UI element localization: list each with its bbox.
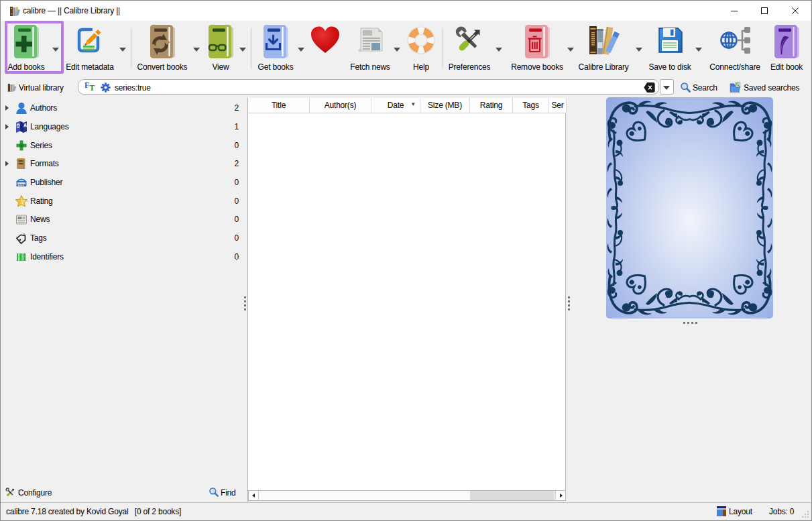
svg-text:A: A [23, 123, 27, 127]
